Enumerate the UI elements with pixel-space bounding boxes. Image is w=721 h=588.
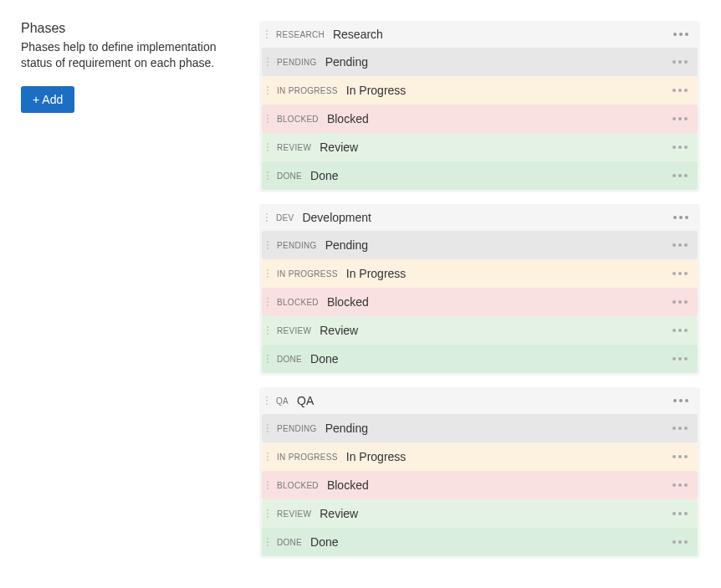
status-name: Review [320, 324, 358, 337]
status-name: Done [310, 535, 338, 549]
drag-handle-icon[interactable] [266, 213, 268, 222]
status-name: Done [310, 352, 338, 366]
status-tag: PENDING [277, 58, 317, 67]
status-tag: DONE [277, 355, 302, 364]
page-description: Phases help to define implementation sta… [21, 39, 226, 71]
status-name: Review [320, 507, 358, 520]
drag-handle-icon[interactable] [267, 269, 268, 278]
drag-handle-icon[interactable] [267, 424, 268, 432]
add-button[interactable]: + Add [21, 86, 74, 113]
status-row: IN PROGRESSIn Progress [262, 259, 698, 288]
more-icon[interactable] [669, 85, 691, 95]
more-icon[interactable] [669, 297, 691, 307]
more-icon[interactable] [670, 212, 692, 222]
drag-handle-icon[interactable] [266, 396, 268, 405]
status-name: Pending [325, 238, 368, 252]
status-row: REVIEWReview [262, 499, 698, 528]
drag-handle-icon[interactable] [267, 58, 268, 66]
phases-list: RESEARCHResearchPENDINGPendingIN PROGRES… [259, 21, 700, 567]
status-tag: IN PROGRESS [277, 86, 338, 95]
more-icon[interactable] [669, 57, 691, 67]
status-list: PENDINGPendingIN PROGRESSIn ProgressBLOC… [259, 414, 700, 556]
more-icon[interactable] [669, 452, 691, 462]
phase-header: QAQA [259, 387, 700, 414]
status-name: Done [310, 169, 338, 182]
drag-handle-icon[interactable] [267, 298, 268, 306]
status-row: BLOCKEDBlocked [262, 471, 698, 499]
status-row: BLOCKEDBlocked [262, 288, 698, 316]
sidebar: Phases Phases help to define implementat… [21, 21, 226, 567]
phase-tag: RESEARCH [276, 30, 325, 39]
status-row: REVIEWReview [262, 316, 698, 345]
status-name: In Progress [346, 267, 407, 280]
drag-handle-icon[interactable] [266, 30, 268, 38]
status-row: DONEDone [262, 528, 698, 556]
drag-handle-icon[interactable] [267, 355, 268, 363]
status-row: PENDINGPending [262, 414, 698, 442]
more-icon[interactable] [669, 537, 691, 547]
status-name: Pending [325, 422, 368, 435]
status-name: Pending [325, 55, 368, 69]
phase-group: QAQAPENDINGPendingIN PROGRESSIn Progress… [259, 387, 700, 559]
drag-handle-icon[interactable] [267, 453, 268, 461]
status-tag: PENDING [277, 424, 317, 433]
status-tag: REVIEW [277, 326, 311, 335]
status-name: Blocked [327, 112, 369, 125]
phase-name: Research [333, 28, 383, 41]
more-icon[interactable] [670, 29, 692, 39]
more-icon[interactable] [669, 509, 691, 519]
status-name: Blocked [327, 478, 369, 492]
phase-tag: DEV [276, 213, 294, 222]
status-list: PENDINGPendingIN PROGRESSIn ProgressBLOC… [259, 231, 700, 373]
status-tag: PENDING [277, 241, 317, 250]
more-icon[interactable] [669, 480, 691, 490]
more-icon[interactable] [669, 268, 691, 279]
phase-tag: QA [276, 396, 289, 406]
status-tag: DONE [277, 171, 302, 181]
status-tag: IN PROGRESS [277, 269, 338, 279]
more-icon[interactable] [669, 114, 691, 124]
more-icon[interactable] [669, 423, 691, 433]
drag-handle-icon[interactable] [267, 509, 268, 518]
more-icon[interactable] [670, 396, 692, 406]
drag-handle-icon[interactable] [267, 86, 268, 95]
phase-header: RESEARCHResearch [259, 21, 700, 48]
status-row: DONEDone [262, 345, 698, 373]
phase-name: QA [297, 394, 314, 407]
drag-handle-icon[interactable] [267, 241, 268, 249]
more-icon[interactable] [669, 325, 691, 335]
drag-handle-icon[interactable] [267, 115, 268, 123]
status-name: Review [320, 141, 358, 154]
drag-handle-icon[interactable] [267, 481, 268, 489]
status-tag: BLOCKED [277, 115, 319, 124]
more-icon[interactable] [669, 142, 691, 152]
status-tag: REVIEW [277, 143, 311, 152]
phase-group: RESEARCHResearchPENDINGPendingIN PROGRES… [259, 21, 700, 192]
status-tag: IN PROGRESS [277, 453, 338, 462]
status-row: DONEDone [262, 161, 698, 190]
status-tag: BLOCKED [277, 481, 319, 490]
status-list: PENDINGPendingIN PROGRESSIn ProgressBLOC… [259, 48, 700, 190]
status-tag: REVIEW [277, 509, 311, 519]
more-icon[interactable] [669, 354, 691, 364]
status-row: IN PROGRESSIn Progress [262, 442, 698, 471]
more-icon[interactable] [669, 240, 691, 250]
status-row: PENDINGPending [262, 48, 698, 76]
phase-group: DEVDevelopmentPENDINGPendingIN PROGRESSI… [259, 204, 700, 376]
status-row: REVIEWReview [262, 133, 698, 161]
status-tag: DONE [277, 538, 302, 547]
drag-handle-icon[interactable] [267, 171, 268, 180]
drag-handle-icon[interactable] [267, 326, 268, 335]
page-title: Phases [21, 21, 226, 36]
status-name: Blocked [327, 295, 369, 309]
phase-header: DEVDevelopment [259, 204, 700, 231]
drag-handle-icon[interactable] [267, 538, 268, 546]
drag-handle-icon[interactable] [267, 143, 268, 151]
phase-name: Development [302, 211, 371, 224]
status-name: In Progress [346, 84, 407, 97]
status-name: In Progress [346, 450, 407, 463]
status-row: BLOCKEDBlocked [262, 105, 698, 133]
more-icon[interactable] [669, 171, 691, 181]
status-tag: BLOCKED [277, 298, 319, 307]
status-row: IN PROGRESSIn Progress [262, 76, 698, 105]
